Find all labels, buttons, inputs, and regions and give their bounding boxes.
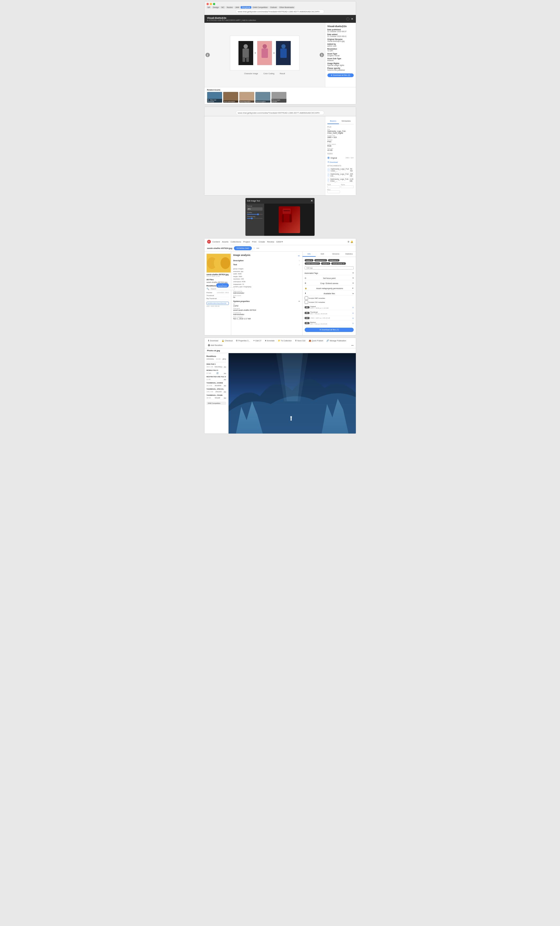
available-files-header[interactable]: ⬇ Available files ▴ (305, 292, 354, 295)
related-thumb-3[interactable]: Visual-hung@2x (255, 92, 270, 103)
tool-novo[interactable]: ⬆ Novo 310 (294, 339, 307, 342)
remove-tag-onbrand[interactable]: ✕ (336, 259, 338, 261)
metadata-panel: Basics Metadata FILE File Optimizely_Log… (204, 116, 356, 195)
remove-tag-virtual[interactable]: ✕ (327, 263, 329, 265)
related-thumb-0[interactable]: 01 - Wave trial Homepage (207, 92, 222, 103)
tool-manage-pub[interactable]: 🔗 Manage Publication (325, 339, 347, 342)
original-radio[interactable] (327, 157, 330, 159)
sys-props-edit[interactable]: ✏ (298, 300, 300, 303)
share-icon[interactable]: ↑ (253, 247, 255, 250)
desc-edit-icon[interactable]: ○ (299, 260, 300, 262)
minimize-dot[interactable] (210, 3, 212, 5)
tab-statistics[interactable]: Statistics (342, 251, 356, 257)
automated-tags-label: Automated Tags (305, 272, 318, 274)
related-thumb-2[interactable]: Visual-league@2x (239, 92, 254, 103)
tab-nc[interactable]: NC (220, 6, 225, 9)
include-xmp-label[interactable]: Include XMP metadata (305, 297, 354, 300)
include-csv-label[interactable]: Include CSV metadata (305, 300, 354, 304)
nav-collections[interactable]: Collections (231, 241, 241, 243)
tool-collection-label: To Collection (281, 340, 292, 342)
quality-thumb[interactable] (257, 213, 259, 215)
nav-create[interactable]: Create (259, 241, 265, 243)
download-all-button[interactable]: ⬇ Download all files (6) (327, 73, 354, 77)
tool-edit[interactable]: ✏ Edit 27 (252, 339, 263, 342)
download-button[interactable]: DOWNLOAD (234, 246, 252, 250)
download-file-1-button[interactable]: ⬇ (352, 312, 354, 314)
tab-dam[interactable]: DAM Competition (252, 6, 269, 9)
tool-annotate[interactable]: ★ Annotate (264, 339, 276, 342)
tab-metadata[interactable]: Metadata (339, 118, 353, 124)
alpha-input[interactable] (341, 185, 354, 188)
tab-basics[interactable]: Basics (327, 118, 339, 124)
more-icon[interactable]: ••• (256, 247, 259, 250)
fullscreen-dot[interactable] (213, 3, 215, 5)
download-all-files-button[interactable]: ⬇ Download all files (7) (305, 328, 354, 332)
nav-review[interactable]: Review (267, 241, 274, 243)
tab-design[interactable]: Design (212, 6, 220, 9)
date-published-label: Date published (327, 29, 354, 30)
add-tags-button[interactable]: Add tags (305, 266, 354, 269)
edit-tool-close[interactable]: ✕ (310, 199, 313, 203)
quality-slider[interactable] (247, 214, 263, 215)
address-bar[interactable]: www-trial.getbynder.com/media/?mediaId=6… (236, 9, 324, 14)
close-dot[interactable] (207, 3, 209, 5)
tab-jam[interactable]: JAM (234, 6, 240, 9)
tab-outlook[interactable]: Outlook (269, 6, 278, 9)
bell-icon[interactable]: 🔔 (350, 241, 353, 243)
tab-info[interactable]: Info (303, 251, 316, 257)
tool-download[interactable]: ⬇ Download (207, 339, 219, 342)
download-file-0-button[interactable]: ⬇ (352, 307, 354, 309)
format-input[interactable] (247, 207, 263, 210)
tab-other[interactable]: Other Bookmarks (278, 6, 295, 9)
related-thumb-1[interactable]: Visual-oakhold@2x (223, 92, 238, 103)
tool-properties[interactable]: ⚙ Properties 3... (235, 339, 251, 342)
more-options-icon[interactable]: ••• (351, 344, 353, 346)
prev-image-button[interactable]: ❮ (206, 53, 210, 57)
refresh-icon[interactable]: 🔄 (216, 372, 218, 374)
tab-nucleo[interactable]: Nucleo (226, 6, 234, 9)
remove-tag-virtual-events[interactable]: ✕ (343, 263, 344, 265)
automated-tags-header[interactable]: Automated Tags ▾ (305, 271, 354, 275)
please-specify-label: Please specify (327, 67, 354, 69)
settings-icon[interactable]: ⚙ (348, 241, 350, 243)
modal-close-button[interactable]: ✕ (351, 17, 353, 20)
remove-tag-covid[interactable]: ✕ (310, 259, 312, 261)
approved-by-field: Approved by Administrator (233, 291, 300, 294)
tool-add-rendition[interactable]: ➕ Add Rendition (207, 343, 224, 347)
text-edit-icon[interactable]: ○ (299, 264, 300, 266)
nav-content[interactable]: Content (212, 241, 220, 243)
tool-checkout[interactable]: 🔒 Checkout (221, 339, 234, 342)
focus-point-header[interactable]: ◎ Set focus point ▾ (305, 276, 354, 280)
download-file-2-button[interactable]: ⬇ (352, 317, 354, 319)
rendition-specific-input[interactable] (207, 302, 229, 305)
tool-collection[interactable]: 📁 To Collection (277, 339, 293, 342)
tab-mf[interactable]: MF (207, 6, 211, 9)
nav-dam[interactable]: DAM ▾ (276, 241, 283, 243)
include-csv-checkbox[interactable] (305, 300, 308, 304)
tab-edit[interactable]: Edit (316, 251, 329, 257)
blue-input[interactable] (327, 191, 340, 193)
remove-tag-studio[interactable]: ✕ (317, 263, 319, 265)
sharpening-slider[interactable] (247, 218, 263, 219)
nav-print[interactable]: Print (252, 241, 256, 243)
info-icon[interactable]: i (346, 17, 350, 21)
tab-storybook[interactable]: Storybook (241, 6, 251, 9)
address-bar-2[interactable]: www-trial.getbynder.com/media/?mediaId=6… (236, 110, 324, 115)
download-file-3-button[interactable]: ⬇ (352, 322, 354, 324)
edit-analysis-icon[interactable]: ✏ (298, 254, 300, 257)
asset-meta-header[interactable]: 🔒 Asset metaproperty permissions ▾ (305, 286, 354, 291)
add-rendition-button[interactable]: + RENDITION (216, 283, 229, 287)
include-xmp-checkbox[interactable] (305, 297, 308, 300)
related-thumb-4[interactable]: Tone-an-dach-example-... (271, 92, 286, 103)
rgb-input[interactable] (327, 185, 340, 188)
original-size-option[interactable]: Original 2880 × 924 (327, 156, 354, 159)
nav-assets[interactable]: Assets (222, 241, 229, 243)
sharpening-thumb[interactable] (251, 218, 253, 219)
next-image-button[interactable]: ❯ (320, 53, 324, 57)
nav-project[interactable]: Project (243, 241, 250, 243)
crop-extend-header[interactable]: ⊕ Crop / Extend canvas ▾ (305, 281, 354, 285)
download-link[interactable]: ⬇ Download (327, 161, 354, 163)
tool-publish[interactable]: 📤 Quick Publish (307, 339, 324, 342)
tab-versions[interactable]: Versions (329, 251, 342, 257)
remove-tag-covid-proof[interactable]: ✕ (324, 259, 325, 261)
